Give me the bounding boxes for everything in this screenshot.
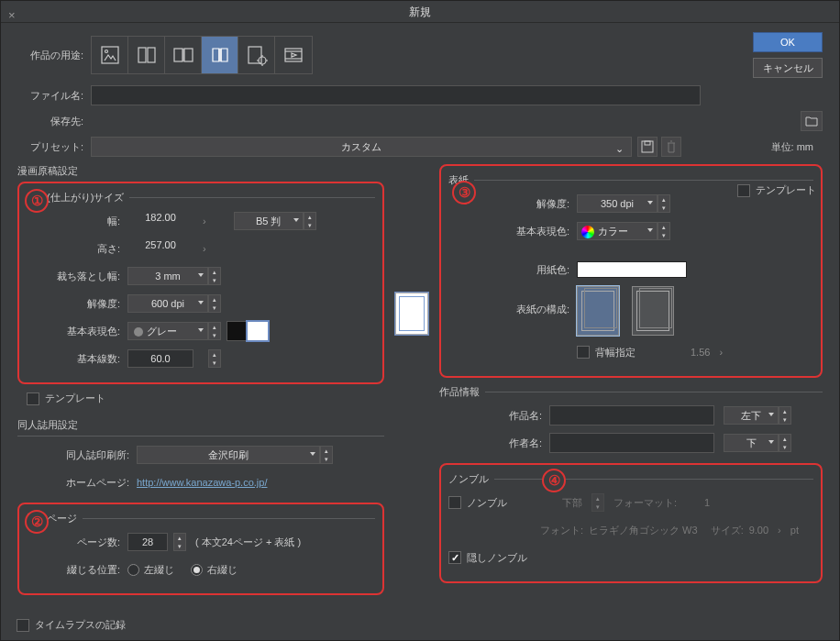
bind-label: 綴じる位置:: [27, 563, 127, 577]
manga-template-label: テンプレート: [45, 392, 105, 405]
paper-color-swatch[interactable]: [577, 261, 687, 278]
timelapse-checkbox[interactable]: [17, 619, 29, 632]
nombre-size-chevron-icon: ›: [768, 525, 790, 536]
purpose-label: 作品の用途:: [17, 49, 91, 62]
cover-color-dropdown[interactable]: カラー: [577, 222, 658, 240]
cover-struct-option-1[interactable]: [577, 286, 619, 336]
unit-value: mm: [797, 141, 813, 152]
purpose-icon-strip: [91, 36, 313, 74]
nombre-size-label: サイズ:: [711, 524, 744, 537]
lines-label: 基本線数:: [27, 352, 127, 366]
cancel-button[interactable]: キャンセル: [753, 58, 823, 78]
homepage-link[interactable]: http://www.kanazawa-p.co.jp/: [137, 477, 267, 488]
bleed-spinner[interactable]: [208, 267, 221, 285]
bind-right-radio[interactable]: [191, 564, 203, 576]
author-pos-dropdown[interactable]: 下: [724, 434, 779, 452]
res-label: 解像度:: [27, 297, 127, 311]
height-chevron-icon[interactable]: ›: [193, 243, 216, 254]
svg-rect-7: [249, 47, 261, 63]
close-icon[interactable]: ×: [8, 5, 16, 27]
size-preset-dropdown[interactable]: B5 判: [234, 212, 304, 230]
nombre-size-value: 9.00: [749, 525, 768, 536]
nombre-pt-label: pt: [790, 525, 799, 536]
spine-chevron-icon[interactable]: ›: [710, 347, 732, 358]
ok-button[interactable]: OK: [753, 32, 823, 52]
pagecount-input[interactable]: [127, 533, 168, 551]
printer-spinner[interactable]: [320, 446, 333, 464]
cover-color-spinner[interactable]: [658, 222, 670, 240]
dialog-title: 新規: [409, 6, 431, 18]
height-label: 高さ:: [27, 242, 127, 256]
annotation-2: ②: [25, 510, 49, 534]
unit-label: 単位:: [771, 141, 794, 152]
filename-input[interactable]: [91, 85, 701, 105]
basecolor-dropdown[interactable]: グレー: [127, 322, 208, 340]
printer-dropdown[interactable]: 金沢印刷: [137, 446, 320, 464]
nombre-fmt-value: 1: [704, 497, 710, 508]
basecolor-label: 基本表現色:: [27, 325, 127, 338]
basecolor-spinner[interactable]: [208, 322, 221, 340]
hidden-nombre-checkbox[interactable]: [448, 551, 461, 564]
purpose-animation-icon[interactable]: [275, 37, 312, 73]
cover-res-spinner[interactable]: [658, 194, 670, 213]
page-preview-icon: [395, 293, 428, 335]
bind-left-radio[interactable]: [127, 564, 139, 576]
author-input[interactable]: [549, 433, 714, 453]
preset-dropdown[interactable]: カスタム: [91, 137, 632, 157]
svg-rect-9: [285, 49, 302, 61]
cover-struct-option-2[interactable]: [632, 286, 674, 336]
purpose-settings-icon[interactable]: [238, 37, 275, 73]
pagecount-note: ( 本文24ページ + 表紙 ): [195, 536, 301, 549]
preset-delete-icon[interactable]: [661, 137, 681, 157]
svg-rect-13: [645, 141, 650, 145]
nombre-pos-value: 下部: [562, 496, 582, 510]
spine-checkbox[interactable]: [577, 346, 590, 359]
workname-pos-spinner[interactable]: [779, 406, 791, 425]
cover-template-checkbox[interactable]: [737, 184, 750, 197]
printer-label: 同人誌印刷所:: [17, 448, 137, 462]
workname-pos-dropdown[interactable]: 左下: [724, 406, 779, 425]
workname-label: 作品名:: [439, 409, 549, 423]
purpose-illust-icon[interactable]: [92, 37, 128, 73]
purpose-book-icon[interactable]: [202, 37, 238, 73]
svg-rect-4: [174, 49, 182, 61]
annotation-4: ④: [542, 469, 566, 492]
annotation-3: ③: [452, 181, 476, 204]
lines-input[interactable]: [127, 349, 193, 368]
purpose-comic-icon[interactable]: [128, 37, 165, 73]
size-preset-spinner[interactable]: [304, 212, 316, 230]
res-spinner[interactable]: [208, 294, 221, 313]
cover-res-dropdown[interactable]: 350 dpi: [577, 194, 658, 213]
author-pos-spinner[interactable]: [779, 434, 791, 452]
preset-save-icon[interactable]: [637, 137, 658, 157]
svg-rect-3: [148, 48, 155, 62]
purpose-spread-icon[interactable]: [165, 37, 202, 73]
bleed-label: 裁ち落とし幅:: [27, 270, 127, 283]
workname-input[interactable]: [549, 405, 714, 425]
browse-folder-icon[interactable]: [801, 111, 823, 131]
bleed-dropdown[interactable]: 3 mm: [127, 267, 208, 285]
lines-spinner[interactable]: [208, 349, 221, 368]
pagecount-spinner[interactable]: [173, 533, 186, 551]
svg-rect-2: [138, 48, 146, 62]
nombre-font-label: フォント:: [540, 524, 583, 537]
width-chevron-icon[interactable]: ›: [193, 216, 216, 227]
nombre-pos-spinner: [591, 493, 604, 512]
res-dropdown[interactable]: 600 dpi: [127, 294, 208, 313]
preset-label: プリセット:: [17, 140, 91, 154]
manga-section-title: 漫画原稿設定: [17, 164, 384, 178]
width-value: 182.00: [127, 212, 193, 230]
manga-template-checkbox[interactable]: [27, 392, 39, 405]
timelapse-label: タイムラプスの記録: [35, 618, 126, 632]
height-value: 257.00: [127, 239, 193, 258]
spine-label: 背幅指定: [595, 346, 636, 359]
svg-rect-5: [184, 49, 193, 61]
color-swatch-selector[interactable]: [227, 321, 269, 341]
saveto-label: 保存先:: [17, 115, 91, 128]
svg-rect-0: [102, 47, 118, 63]
pagecount-label: ページ数:: [27, 536, 127, 549]
nombre-checkbox[interactable]: [448, 496, 461, 509]
author-label: 作者名:: [439, 437, 549, 450]
svg-point-8: [259, 57, 266, 64]
nombre-label: ノンブル: [467, 496, 507, 510]
